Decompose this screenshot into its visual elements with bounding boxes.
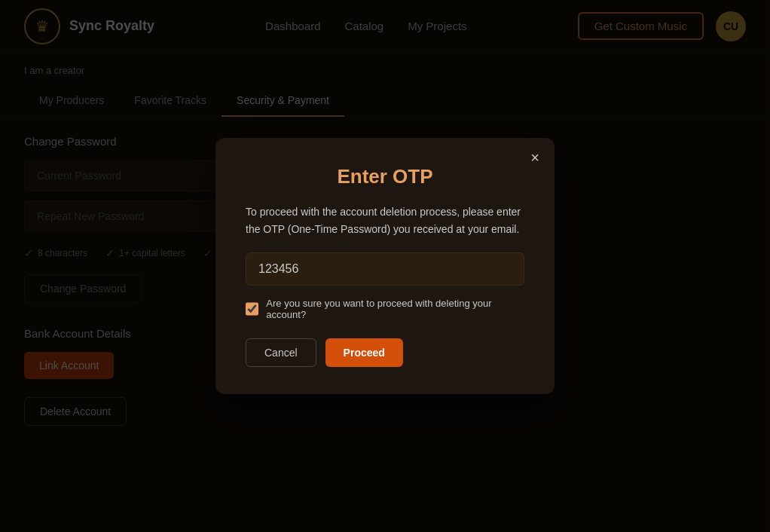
confirm-text: Are you sure you want to proceed with de…	[266, 298, 524, 320]
modal-title: Enter OTP	[246, 165, 524, 188]
proceed-button[interactable]: Proceed	[325, 338, 403, 367]
otp-modal: × Enter OTP To proceed with the account …	[215, 138, 555, 394]
modal-buttons: Cancel Proceed	[246, 338, 524, 367]
confirm-row: Are you sure you want to proceed with de…	[246, 298, 524, 320]
confirm-checkbox[interactable]	[246, 302, 258, 316]
modal-description: To proceed with the account deletion pro…	[246, 203, 524, 237]
cancel-button[interactable]: Cancel	[246, 338, 316, 367]
otp-input[interactable]	[246, 252, 524, 286]
modal-overlay: × Enter OTP To proceed with the account …	[0, 0, 770, 532]
modal-close-button[interactable]: ×	[530, 150, 539, 165]
